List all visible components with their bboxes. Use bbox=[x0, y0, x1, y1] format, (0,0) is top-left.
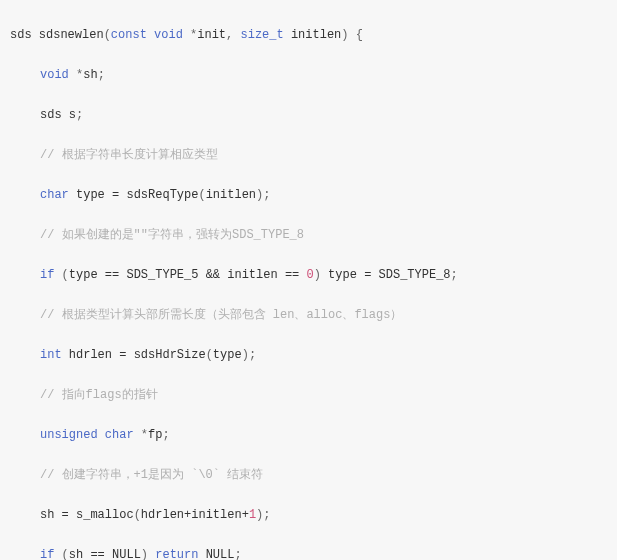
token-func: sdsnewlen bbox=[39, 28, 104, 42]
comment: // 如果创建的是""字符串，强转为SDS_TYPE_8 bbox=[40, 228, 304, 242]
token-type: sds bbox=[10, 28, 32, 42]
code-line: // 指向flags的指针 bbox=[10, 385, 617, 405]
code-line: int hdrlen = sdsHdrSize(type); bbox=[10, 345, 617, 365]
comment: // 创建字符串，+1是因为 `\0` 结束符 bbox=[40, 468, 263, 482]
code-line: // 根据类型计算头部所需长度（头部包含 len、alloc、flags） bbox=[10, 305, 617, 325]
code-line: unsigned char *fp; bbox=[10, 425, 617, 445]
code-line: sds sdsnewlen(const void *init, size_t i… bbox=[10, 25, 617, 45]
code-line: sh = s_malloc(hdrlen+initlen+1); bbox=[10, 505, 617, 525]
code-line: char type = sdsReqType(initlen); bbox=[10, 185, 617, 205]
code-line: void *sh; bbox=[10, 65, 617, 85]
code-line: // 根据字符串长度计算相应类型 bbox=[10, 145, 617, 165]
comment: // 指向flags的指针 bbox=[40, 388, 158, 402]
code-line: sds s; bbox=[10, 105, 617, 125]
code-line: // 如果创建的是""字符串，强转为SDS_TYPE_8 bbox=[10, 225, 617, 245]
token-keyword: const bbox=[111, 28, 147, 42]
code-line: if (sh == NULL) return NULL; bbox=[10, 545, 617, 560]
code-block: sds sdsnewlen(const void *init, size_t i… bbox=[0, 0, 617, 560]
comment: // 根据字符串长度计算相应类型 bbox=[40, 148, 218, 162]
code-line: // 创建字符串，+1是因为 `\0` 结束符 bbox=[10, 465, 617, 485]
code-line: if (type == SDS_TYPE_5 && initlen == 0) … bbox=[10, 265, 617, 285]
comment: // 根据类型计算头部所需长度（头部包含 len、alloc、flags） bbox=[40, 308, 402, 322]
